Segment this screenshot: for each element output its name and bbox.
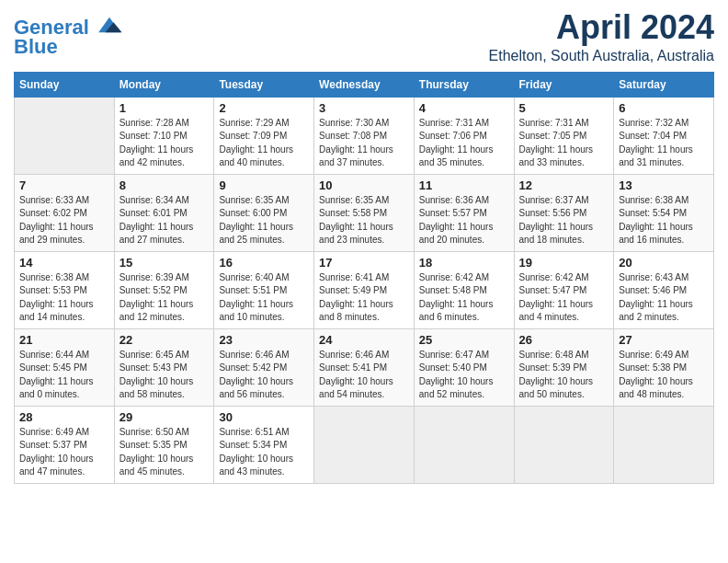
day-info: Sunrise: 6:36 AM Sunset: 5:57 PM Dayligh…	[419, 194, 509, 247]
calendar-cell: 28Sunrise: 6:49 AM Sunset: 5:37 PM Dayli…	[15, 406, 115, 483]
day-info: Sunrise: 6:51 AM Sunset: 5:34 PM Dayligh…	[219, 426, 309, 479]
day-info: Sunrise: 6:49 AM Sunset: 5:38 PM Dayligh…	[619, 349, 709, 402]
calendar-week-row: 14Sunrise: 6:38 AM Sunset: 5:53 PM Dayli…	[15, 251, 714, 328]
day-info: Sunrise: 6:47 AM Sunset: 5:40 PM Dayligh…	[419, 349, 509, 402]
day-number: 9	[219, 178, 309, 192]
calendar-cell: 24Sunrise: 6:46 AM Sunset: 5:41 PM Dayli…	[314, 328, 415, 406]
weekday-header-friday: Friday	[514, 72, 614, 97]
title-block: April 2024 Ethelton, South Australia, Au…	[489, 9, 714, 64]
calendar-cell: 21Sunrise: 6:44 AM Sunset: 5:45 PM Dayli…	[15, 328, 115, 406]
calendar-cell: 15Sunrise: 6:39 AM Sunset: 5:52 PM Dayli…	[114, 251, 214, 328]
calendar-cell	[514, 406, 614, 483]
calendar-week-row: 7Sunrise: 6:33 AM Sunset: 6:02 PM Daylig…	[15, 174, 714, 251]
day-number: 5	[519, 101, 609, 115]
calendar-cell: 10Sunrise: 6:35 AM Sunset: 5:58 PM Dayli…	[314, 174, 415, 251]
day-info: Sunrise: 6:42 AM Sunset: 5:47 PM Dayligh…	[519, 271, 609, 325]
day-number: 6	[619, 101, 709, 115]
page-header: General Blue April 2024 Ethelton, South …	[14, 9, 714, 64]
day-info: Sunrise: 6:35 AM Sunset: 6:00 PM Dayligh…	[219, 194, 309, 247]
calendar-cell	[314, 406, 415, 483]
day-info: Sunrise: 6:43 AM Sunset: 5:46 PM Dayligh…	[619, 271, 709, 325]
day-info: Sunrise: 6:50 AM Sunset: 5:35 PM Dayligh…	[119, 426, 210, 479]
weekday-header-thursday: Thursday	[414, 72, 514, 97]
day-number: 12	[519, 178, 609, 192]
day-info: Sunrise: 6:35 AM Sunset: 5:58 PM Dayligh…	[319, 194, 409, 247]
day-number: 2	[219, 101, 309, 115]
calendar-cell: 19Sunrise: 6:42 AM Sunset: 5:47 PM Dayli…	[514, 251, 614, 328]
day-info: Sunrise: 7:32 AM Sunset: 7:04 PM Dayligh…	[619, 117, 709, 170]
calendar-cell	[15, 97, 115, 174]
calendar-week-row: 28Sunrise: 6:49 AM Sunset: 5:37 PM Dayli…	[15, 406, 714, 483]
calendar-cell: 25Sunrise: 6:47 AM Sunset: 5:40 PM Dayli…	[414, 328, 514, 406]
calendar-cell: 22Sunrise: 6:45 AM Sunset: 5:43 PM Dayli…	[114, 328, 214, 406]
day-number: 17	[319, 256, 409, 270]
day-number: 27	[619, 333, 709, 347]
day-info: Sunrise: 7:31 AM Sunset: 7:05 PM Dayligh…	[519, 117, 609, 170]
day-number: 7	[19, 178, 109, 192]
day-number: 30	[219, 410, 309, 424]
day-info: Sunrise: 6:41 AM Sunset: 5:49 PM Dayligh…	[319, 271, 409, 325]
day-number: 3	[319, 101, 409, 115]
calendar-cell: 4Sunrise: 7:31 AM Sunset: 7:06 PM Daylig…	[414, 97, 514, 174]
calendar-week-row: 21Sunrise: 6:44 AM Sunset: 5:45 PM Dayli…	[15, 328, 714, 406]
day-info: Sunrise: 6:46 AM Sunset: 5:41 PM Dayligh…	[319, 349, 409, 402]
weekday-header-row: SundayMondayTuesdayWednesdayThursdayFrid…	[15, 72, 714, 97]
day-info: Sunrise: 6:49 AM Sunset: 5:37 PM Dayligh…	[19, 426, 109, 479]
day-number: 22	[119, 333, 210, 347]
day-info: Sunrise: 6:48 AM Sunset: 5:39 PM Dayligh…	[519, 349, 609, 402]
calendar-cell: 26Sunrise: 6:48 AM Sunset: 5:39 PM Dayli…	[514, 328, 614, 406]
calendar-cell: 7Sunrise: 6:33 AM Sunset: 6:02 PM Daylig…	[15, 174, 115, 251]
calendar-cell: 30Sunrise: 6:51 AM Sunset: 5:34 PM Dayli…	[214, 406, 314, 483]
day-number: 4	[419, 101, 509, 115]
calendar-cell: 8Sunrise: 6:34 AM Sunset: 6:01 PM Daylig…	[114, 174, 214, 251]
month-title: April 2024	[489, 9, 714, 46]
day-info: Sunrise: 7:28 AM Sunset: 7:10 PM Dayligh…	[119, 117, 210, 170]
calendar-week-row: 1Sunrise: 7:28 AM Sunset: 7:10 PM Daylig…	[15, 97, 714, 174]
calendar-cell: 23Sunrise: 6:46 AM Sunset: 5:42 PM Dayli…	[214, 328, 314, 406]
day-number: 20	[619, 256, 709, 270]
calendar-cell: 14Sunrise: 6:38 AM Sunset: 5:53 PM Dayli…	[15, 251, 115, 328]
calendar-cell: 2Sunrise: 7:29 AM Sunset: 7:09 PM Daylig…	[214, 97, 314, 174]
weekday-header-wednesday: Wednesday	[314, 72, 415, 97]
day-number: 10	[319, 178, 409, 192]
calendar-cell: 11Sunrise: 6:36 AM Sunset: 5:57 PM Dayli…	[414, 174, 514, 251]
calendar-cell: 1Sunrise: 7:28 AM Sunset: 7:10 PM Daylig…	[114, 97, 214, 174]
calendar-table: SundayMondayTuesdayWednesdayThursdayFrid…	[14, 72, 714, 484]
day-info: Sunrise: 6:46 AM Sunset: 5:42 PM Dayligh…	[219, 349, 309, 402]
calendar-cell	[614, 406, 714, 483]
calendar-cell: 13Sunrise: 6:38 AM Sunset: 5:54 PM Dayli…	[614, 174, 714, 251]
location-title: Ethelton, South Australia, Australia	[489, 48, 714, 64]
calendar-cell: 17Sunrise: 6:41 AM Sunset: 5:49 PM Dayli…	[314, 251, 415, 328]
day-number: 13	[619, 178, 709, 192]
day-info: Sunrise: 7:30 AM Sunset: 7:08 PM Dayligh…	[319, 117, 409, 170]
calendar-cell: 5Sunrise: 7:31 AM Sunset: 7:05 PM Daylig…	[514, 97, 614, 174]
day-info: Sunrise: 6:34 AM Sunset: 6:01 PM Dayligh…	[119, 194, 210, 247]
day-number: 24	[319, 333, 409, 347]
logo-icon	[97, 16, 122, 34]
calendar-cell: 18Sunrise: 6:42 AM Sunset: 5:48 PM Dayli…	[414, 251, 514, 328]
day-number: 29	[119, 410, 210, 424]
day-number: 28	[19, 410, 109, 424]
calendar-cell: 27Sunrise: 6:49 AM Sunset: 5:38 PM Dayli…	[614, 328, 714, 406]
day-info: Sunrise: 6:37 AM Sunset: 5:56 PM Dayligh…	[519, 194, 609, 247]
weekday-header-saturday: Saturday	[614, 72, 714, 97]
day-number: 11	[419, 178, 509, 192]
day-number: 8	[119, 178, 210, 192]
day-info: Sunrise: 7:29 AM Sunset: 7:09 PM Dayligh…	[219, 117, 309, 170]
day-info: Sunrise: 6:40 AM Sunset: 5:51 PM Dayligh…	[219, 271, 309, 325]
day-number: 18	[419, 256, 509, 270]
day-info: Sunrise: 6:39 AM Sunset: 5:52 PM Dayligh…	[119, 271, 210, 325]
calendar-cell: 6Sunrise: 7:32 AM Sunset: 7:04 PM Daylig…	[614, 97, 714, 174]
calendar-cell: 16Sunrise: 6:40 AM Sunset: 5:51 PM Dayli…	[214, 251, 314, 328]
day-number: 21	[19, 333, 109, 347]
day-number: 25	[419, 333, 509, 347]
weekday-header-tuesday: Tuesday	[214, 72, 314, 97]
calendar-cell: 12Sunrise: 6:37 AM Sunset: 5:56 PM Dayli…	[514, 174, 614, 251]
day-info: Sunrise: 6:33 AM Sunset: 6:02 PM Dayligh…	[19, 194, 109, 247]
day-number: 16	[219, 256, 309, 270]
weekday-header-sunday: Sunday	[15, 72, 115, 97]
day-info: Sunrise: 6:38 AM Sunset: 5:53 PM Dayligh…	[19, 271, 109, 325]
weekday-header-monday: Monday	[114, 72, 214, 97]
day-number: 19	[519, 256, 609, 270]
day-info: Sunrise: 6:42 AM Sunset: 5:48 PM Dayligh…	[419, 271, 509, 325]
